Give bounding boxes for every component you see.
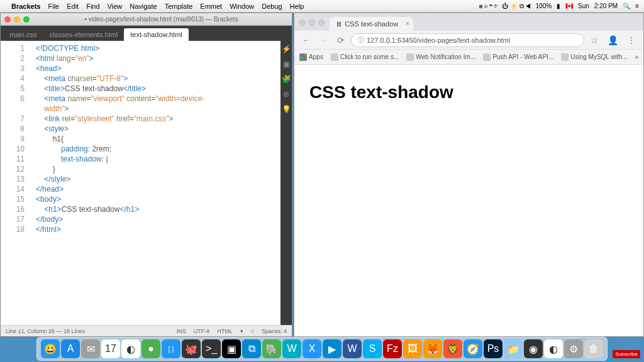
menu-edit[interactable]: Edit [67, 3, 79, 10]
maximize-icon[interactable] [318, 19, 325, 26]
dock-chrome[interactable]: ◐ [121, 339, 140, 358]
bookmarks-bar: Apps Click to run some s...Web Notificat… [294, 50, 643, 65]
brackets-window: • video-pages/text-shadow.html (mad9013)… [0, 13, 292, 337]
language[interactable]: HTML [217, 328, 233, 334]
editor-titlebar[interactable]: • video-pages/text-shadow.html (mad9013)… [1, 13, 292, 26]
dock-obs[interactable]: ◉ [524, 339, 543, 358]
back-icon[interactable]: ← [299, 35, 313, 45]
cursor-position: Line 11, Column 26 — 18 Lines [6, 328, 85, 334]
dock-mail[interactable]: ✉ [81, 339, 100, 358]
menu-icon[interactable]: ⋮ [625, 35, 638, 45]
menu-help[interactable]: Help [290, 3, 304, 10]
window-title: • video-pages/text-shadow.html (mad9013)… [35, 16, 288, 23]
browser-traffic-lights[interactable] [299, 19, 325, 26]
dock-settings[interactable]: ⚙ [564, 339, 583, 358]
page-content: CSS text-shadow [294, 65, 643, 336]
indent[interactable]: Spaces: 4 [262, 328, 287, 334]
menu-emmet[interactable]: Emmet [200, 3, 222, 10]
dock-evernote[interactable]: 🐘 [262, 339, 281, 358]
browser-tab[interactable]: 🗎 CSS text-shadow × [330, 17, 413, 31]
close-icon[interactable] [299, 19, 306, 26]
dock-calendar[interactable]: 17 [101, 339, 120, 358]
code-area[interactable]: <!DOCTYPE html><html lang="en"><head> <m… [31, 41, 280, 325]
live-preview-icon[interactable]: ⚡ [282, 45, 291, 53]
app-name[interactable]: Brackets [11, 3, 40, 10]
dock-chrome2[interactable]: ◐ [544, 339, 563, 358]
dock-photoshop[interactable]: Ps [484, 339, 502, 358]
menu-view[interactable]: View [108, 3, 123, 10]
dock-word[interactable]: W [343, 339, 362, 358]
editor-sidebar: ⚡ ▣ 🧩 ⊕ 💡 [280, 41, 292, 325]
dock-finder[interactable]: 😀 [41, 339, 60, 358]
address-bar: ← → ⟳ ⓘ 127.0.0.1:63450/video-pages/text… [294, 31, 643, 50]
menu-file[interactable]: File [48, 3, 59, 10]
dock-mongodb[interactable]: ● [142, 339, 160, 358]
dock-preview[interactable]: 🖼 [403, 339, 422, 358]
info-icon[interactable]: ⓘ [358, 36, 364, 45]
flag-icon: 🇨🇦 [565, 3, 573, 9]
url-text: 127.0.0.1:63450/video-pages/text-shadow.… [367, 36, 510, 44]
time: 2:20 PM [594, 3, 618, 9]
dock-keynote[interactable]: ▶ [323, 339, 341, 358]
dock-appstore[interactable]: A [61, 339, 80, 358]
tab-title: CSS text-shadow [345, 20, 398, 28]
dock-webstorm[interactable]: W [282, 339, 301, 358]
tab-text-shadow-html[interactable]: text-shadow.html [124, 28, 189, 41]
tab-classes-elements-html[interactable]: classes-elements.html [43, 28, 124, 41]
bookmark[interactable]: Push API - Web API... [483, 53, 553, 61]
apps-button[interactable]: Apps [299, 53, 323, 61]
traffic-lights[interactable] [4, 16, 30, 23]
menubar-right: ⊞ ⊙ ☁ ᯤ ⏻ ⚡ ⧉ ◀ 100% ▮ 🇨🇦 Sun 2:20 PM 🔍 … [479, 3, 639, 10]
url-field[interactable]: ⓘ 127.0.0.1:63450/video-pages/text-shado… [351, 33, 584, 47]
dock-inner: 😀A✉17◐●[ ]🐙>_▣⧉🐘WX▶WSFz🖼🦊🦁🧭Ps📁◉◐⚙🗑 [36, 337, 608, 361]
dock-firefox[interactable]: 🦊 [423, 339, 442, 358]
dock-brave[interactable]: 🦁 [443, 339, 462, 358]
menu-navigate[interactable]: Navigate [130, 3, 157, 10]
plugin-icon[interactable]: 🧩 [282, 75, 291, 84]
dock-skype[interactable]: S [363, 339, 382, 358]
menu-find[interactable]: Find [86, 3, 99, 10]
dock-filezilla[interactable]: Fz [383, 339, 402, 358]
dock-github[interactable]: 🐙 [182, 339, 201, 358]
subscribe-badge[interactable]: Subscribe [613, 350, 640, 358]
dock-safari[interactable]: 🧭 [464, 339, 482, 358]
dock-brackets[interactable]: [ ] [162, 339, 180, 358]
forward-icon[interactable]: → [317, 35, 331, 45]
bookmark[interactable]: Web Notification Im... [406, 53, 475, 61]
minimize-icon[interactable] [14, 16, 20, 23]
lint-status[interactable]: ○ [251, 328, 254, 334]
dock-terminal[interactable]: >_ [202, 339, 221, 358]
extensions-icon[interactable]: ▣ [283, 60, 290, 69]
maximize-icon[interactable] [23, 16, 30, 23]
close-icon[interactable] [4, 16, 11, 23]
menu-icon[interactable]: ≡ [635, 3, 639, 9]
encoding[interactable]: UTF-8 [194, 328, 210, 334]
bookmarks-overflow-icon[interactable]: » [635, 53, 638, 60]
menu-debug[interactable]: Debug [262, 3, 282, 10]
battery-icon: ▮ [557, 3, 560, 9]
dock-hyper[interactable]: ▣ [222, 339, 241, 358]
menu-window[interactable]: Window [230, 3, 254, 10]
chrome-window: 🗎 CSS text-shadow × ← → ⟳ ⓘ 127.0.0.1:63… [294, 13, 644, 337]
hint-icon[interactable]: 💡 [282, 105, 291, 114]
star-icon[interactable]: ☆ [588, 35, 601, 45]
bookmark[interactable]: Using MySQL with... [561, 53, 627, 61]
page-heading: CSS text-shadow [309, 82, 628, 102]
dock-xcode[interactable]: X [303, 339, 321, 358]
close-tab-icon[interactable]: × [406, 20, 409, 27]
dock-trash[interactable]: 🗑 [584, 339, 603, 358]
menu-template[interactable]: Template [165, 3, 193, 10]
bookmark[interactable]: Click to run some s... [331, 53, 399, 61]
page-icon: 🗎 [336, 20, 343, 28]
browser-tabstrip: 🗎 CSS text-shadow × [294, 13, 643, 31]
dock-folder[interactable]: 📁 [504, 339, 523, 358]
minimize-icon[interactable] [309, 19, 315, 26]
debug-icon[interactable]: ⊕ [283, 90, 289, 99]
editor-tabs: main.cssclasses-elements.htmltext-shadow… [1, 26, 292, 41]
insert-mode[interactable]: INS [177, 328, 186, 334]
profile-icon[interactable]: 👤 [605, 35, 621, 45]
tab-main-css[interactable]: main.css [3, 28, 43, 41]
dock-vscode[interactable]: ⧉ [242, 339, 261, 358]
search-icon[interactable]: 🔍 [623, 3, 630, 9]
reload-icon[interactable]: ⟳ [335, 35, 347, 45]
